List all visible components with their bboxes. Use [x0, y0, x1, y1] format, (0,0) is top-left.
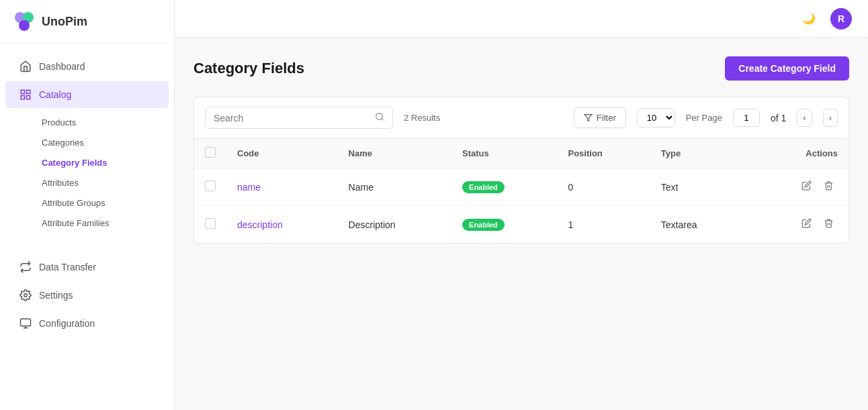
row2-name: Description: [338, 206, 451, 244]
catalog-label: Catalog: [39, 89, 71, 100]
svg-rect-6: [27, 96, 30, 99]
sidebar: UnoPim Dashboard Catalog Products Catego…: [0, 0, 175, 410]
svg-rect-8: [21, 319, 31, 326]
config-icon: [19, 317, 32, 330]
table-row: name Name Enabled 0 Text: [194, 168, 849, 206]
code-column-header: Code: [226, 139, 338, 168]
data-transfer-label: Data Transfer: [39, 262, 96, 272]
row2-status: Enabled: [451, 206, 557, 244]
row2-select: [194, 206, 226, 244]
row1-delete-button[interactable]: [820, 178, 838, 196]
sidebar-item-category-fields[interactable]: Category Fields: [34, 153, 169, 172]
configuration-label: Configuration: [39, 318, 95, 329]
row2-delete-button[interactable]: [820, 215, 838, 234]
select-all-header: [194, 139, 226, 168]
row2-type: Textarea: [650, 206, 746, 244]
edit-icon: [801, 181, 812, 191]
sidebar-item-configuration[interactable]: Configuration: [5, 310, 169, 337]
per-page-label: Per Page: [686, 113, 722, 123]
search-input[interactable]: [214, 113, 370, 123]
logo-icon: [13, 11, 35, 32]
row2-position: 1: [557, 206, 650, 244]
sidebar-item-products[interactable]: Products: [34, 113, 169, 132]
dashboard-label: Dashboard: [39, 61, 85, 72]
position-column-header: Position: [557, 139, 650, 168]
svg-rect-3: [21, 90, 24, 93]
sidebar-item-settings[interactable]: Settings: [5, 282, 169, 309]
row1-status: Enabled: [451, 168, 557, 206]
row2-actions-cell: [756, 215, 838, 234]
per-page-select[interactable]: 10 25 50: [637, 108, 675, 127]
row2-code: description: [226, 206, 338, 244]
type-column-header: Type: [650, 139, 746, 168]
row2-edit-button[interactable]: [797, 215, 816, 234]
category-fields-table: Code Name Status Position Type Actions: [194, 139, 849, 243]
row1-status-badge: Enabled: [462, 181, 505, 193]
select-all-checkbox[interactable]: [205, 147, 216, 158]
svg-rect-4: [27, 90, 30, 93]
settings-label: Settings: [39, 290, 73, 301]
table-row: description Description Enabled 1 Textar…: [194, 206, 849, 244]
page-header: Category Fields Create Category Field: [193, 56, 849, 81]
next-page-button[interactable]: ›: [823, 109, 838, 127]
results-count: 2 Results: [404, 113, 563, 123]
topbar: 🌙 R: [175, 0, 868, 38]
table-header-row: Code Name Status Position Type Actions: [194, 139, 849, 168]
settings-icon: [19, 289, 32, 302]
catalog-icon: [19, 88, 32, 101]
prev-page-button[interactable]: ‹: [797, 109, 812, 127]
sidebar-item-categories[interactable]: Categories: [34, 133, 169, 152]
house-icon: [19, 60, 32, 73]
row1-position: 0: [557, 168, 650, 206]
logo-area: UnoPim: [0, 0, 174, 44]
row1-type: Text: [650, 168, 746, 206]
sidebar-item-attributes[interactable]: Attributes: [34, 173, 169, 193]
row1-select: [194, 168, 226, 206]
total-pages: of 1: [771, 113, 786, 123]
row1-actions: [746, 168, 849, 206]
logo-text: UnoPim: [42, 15, 87, 29]
svg-point-9: [376, 113, 382, 119]
sidebar-item-attribute-families[interactable]: Attribute Families: [34, 213, 169, 233]
svg-point-7: [24, 294, 28, 297]
search-box: [205, 107, 393, 129]
sidebar-item-dashboard[interactable]: Dashboard: [5, 53, 169, 80]
row1-name: Name: [338, 168, 451, 206]
svg-point-2: [19, 20, 30, 31]
filter-button[interactable]: Filter: [574, 107, 626, 128]
page-title: Category Fields: [193, 60, 304, 77]
actions-column-header: Actions: [746, 139, 849, 168]
page-content: Category Fields Create Category Field 2 …: [175, 38, 868, 410]
svg-line-10: [382, 119, 384, 121]
transfer-icon: [19, 260, 32, 274]
row1-checkbox[interactable]: [205, 181, 216, 191]
name-column-header: Name: [338, 139, 451, 168]
moon-icon: 🌙: [802, 12, 816, 25]
current-page-input[interactable]: 1: [733, 109, 760, 127]
row1-code-link[interactable]: name: [237, 182, 261, 193]
row1-edit-button[interactable]: [797, 178, 816, 196]
table-container: 2 Results Filter 10 25 50 Per Page 1 of …: [193, 97, 849, 244]
sidebar-item-data-transfer[interactable]: Data Transfer: [5, 254, 169, 280]
search-icon: [375, 112, 384, 123]
row2-status-badge: Enabled: [462, 219, 505, 231]
delete-icon: [824, 181, 834, 191]
edit-icon: [801, 218, 812, 228]
sidebar-item-attribute-groups[interactable]: Attribute Groups: [34, 193, 169, 213]
catalog-sub-nav: Products Categories Category Fields Attr…: [0, 109, 174, 236]
sidebar-item-catalog[interactable]: Catalog: [5, 81, 169, 108]
filter-icon: [584, 113, 593, 122]
row1-actions-cell: [756, 178, 838, 196]
status-column-header: Status: [451, 139, 557, 168]
main-nav: Dashboard Catalog Products Categories Ca…: [0, 44, 174, 244]
table-toolbar: 2 Results Filter 10 25 50 Per Page 1 of …: [194, 97, 849, 139]
svg-rect-5: [21, 96, 24, 99]
main-content: 🌙 R Category Fields Create Category Fiel…: [175, 0, 868, 410]
row2-code-link[interactable]: description: [237, 219, 283, 230]
theme-toggle[interactable]: 🌙: [798, 8, 820, 30]
create-category-field-button[interactable]: Create Category Field: [725, 56, 849, 81]
avatar[interactable]: R: [830, 8, 852, 30]
row2-checkbox[interactable]: [205, 218, 216, 229]
delete-icon: [824, 218, 834, 228]
svg-marker-11: [584, 115, 592, 121]
